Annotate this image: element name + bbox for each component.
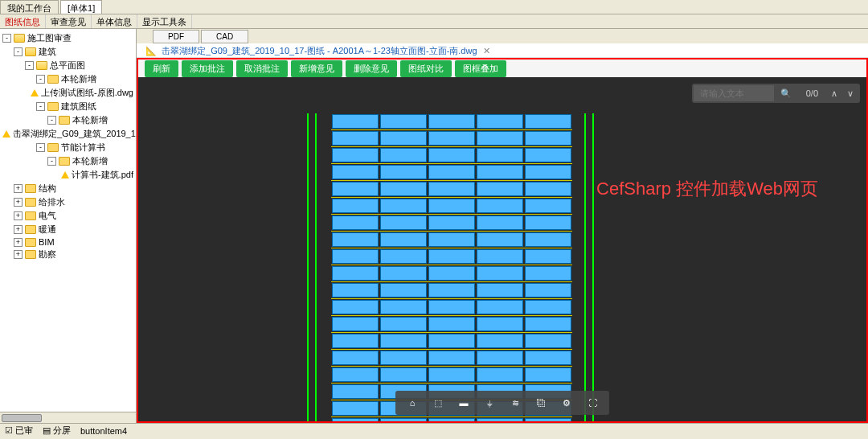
delete-comment-button[interactable]: 删除意见 (346, 60, 397, 77)
folder-icon (25, 47, 36, 56)
tree-node[interactable]: 计算书-建筑.pdf (2, 168, 133, 182)
sidebar-scrollbar[interactable] (0, 412, 137, 423)
action-toolbar: 刷新 添加批注 取消批注 新增意见 删除意见 图纸对比 图框叠加 (137, 58, 868, 77)
expander-icon[interactable]: - (36, 143, 45, 152)
copy-icon[interactable]: ⿻ (534, 396, 548, 410)
folder-icon (59, 116, 70, 125)
tree-node[interactable]: 上传测试图纸-原图.dwg (2, 86, 133, 100)
warning-icon (61, 171, 69, 178)
measure-icon[interactable]: ⬚ (431, 396, 445, 410)
tree-label: 给排水 (39, 196, 65, 208)
tree-label: 节能计算书 (61, 142, 105, 154)
expander-icon[interactable]: + (14, 184, 23, 193)
home-icon[interactable]: ⌂ (405, 396, 420, 410)
search-count: 0/0 (798, 88, 826, 98)
tree-node[interactable]: +结构 (2, 182, 133, 195)
tool-tab-drawing[interactable]: 图纸信息 (0, 14, 46, 28)
tab-cad[interactable]: CAD (201, 30, 248, 43)
expander-icon[interactable]: - (47, 157, 56, 166)
overlay-button[interactable]: 图框叠加 (455, 60, 506, 77)
expander-icon[interactable]: + (14, 211, 23, 220)
ruler-icon[interactable]: ▬ (457, 396, 471, 410)
tree-label: 计算书-建筑.pdf (72, 169, 133, 181)
tool-tab-review[interactable]: 审查意见 (46, 14, 92, 28)
tree-node[interactable]: -本轮新增 (2, 72, 133, 86)
expander-icon[interactable]: - (14, 47, 23, 56)
folder-icon (25, 225, 36, 234)
tree-node[interactable]: -施工图审查 (2, 31, 133, 45)
status-split[interactable]: ▤ 分屏 (43, 425, 71, 437)
compare-button[interactable]: 图纸对比 (400, 60, 452, 77)
dim-line-left2 (307, 113, 309, 423)
dim-line-left (315, 113, 317, 423)
dim-line-right2 (592, 113, 594, 423)
viewer-toolbar: ⌂⬚▬⏚≋⿻⚙⛶ (395, 391, 609, 415)
tree-node[interactable]: -本轮新增 (2, 113, 133, 127)
expander-icon[interactable]: + (14, 225, 23, 234)
expander-icon[interactable]: + (14, 238, 23, 247)
tree-label: 建筑图纸 (61, 101, 96, 113)
toolbar-tabs: 图纸信息 审查意见 单体信息 显示工具条 (0, 14, 868, 29)
add-annotation-button[interactable]: 添加批注 (182, 60, 233, 77)
search-icon[interactable]: 🔍 (774, 88, 798, 99)
folder-icon (25, 184, 36, 193)
tab-pdf[interactable]: PDF (153, 30, 199, 43)
tab-workbench[interactable]: 我的工作台 (0, 0, 59, 14)
tree-node[interactable]: +暖通 (2, 223, 133, 236)
expander-icon[interactable]: + (14, 198, 23, 207)
tree-node[interactable]: +给排水 (2, 195, 133, 209)
app-tab-bar: 我的工作台 [单体1] (0, 0, 868, 14)
tool-tab-unit[interactable]: 单体信息 (92, 14, 137, 28)
tree-label: 击翠湖绑定_G09_建筑_2019_10_17 (13, 128, 137, 140)
tree-node[interactable]: 击翠湖绑定_G09_建筑_2019_10_17 (2, 127, 133, 141)
building-elevation (331, 113, 572, 423)
add-comment-button[interactable]: 新增意见 (291, 60, 342, 77)
tree-label: 暖通 (39, 224, 56, 236)
expander-icon[interactable]: - (25, 61, 34, 70)
tool-tab-toolbar[interactable]: 显示工具条 (137, 14, 192, 28)
tree-node[interactable]: -总平面图 (2, 59, 133, 72)
folder-icon (25, 198, 36, 207)
expander-icon[interactable]: - (2, 34, 11, 43)
tree-node[interactable]: -节能计算书 (2, 141, 133, 154)
tree-label: 建筑 (39, 46, 56, 58)
gear-icon[interactable]: ⚙ (559, 396, 574, 410)
expander-icon[interactable]: - (47, 116, 56, 125)
status-bar: ☑ 已审 ▤ 分屏 buttonItem4 (0, 423, 868, 437)
file-tree: -施工图审查-建筑-总平面图-本轮新增上传测试图纸-原图.dwg-建筑图纸-本轮… (0, 29, 136, 264)
tree-node[interactable]: -本轮新增 (2, 154, 133, 168)
folder-icon (36, 61, 47, 70)
cad-viewer[interactable]: 🔍 0/0 ∧ ∨ CefSharp 控件加载Web网页 ⌂⬚▬⏚≋⿻⚙⛶ (137, 77, 868, 423)
expander-icon[interactable]: - (36, 102, 45, 111)
outlet-icon[interactable]: ⏚ (482, 396, 497, 410)
expander-icon[interactable]: - (36, 75, 45, 84)
search-input[interactable] (694, 85, 774, 101)
folder-icon (14, 34, 25, 43)
search-next[interactable]: ∨ (842, 88, 858, 99)
folder-icon (47, 75, 59, 84)
expander-icon[interactable]: + (14, 250, 23, 259)
tree-label: 本轮新增 (61, 73, 96, 85)
tree-label: 总平面图 (50, 59, 85, 72)
tab-unit1[interactable]: [单体1] (60, 0, 102, 14)
file-path-text: 击翠湖绑定_G09_建筑_2019_10_17-图纸 - A2001A～1-23… (162, 46, 477, 55)
status-reviewed[interactable]: ☑ 已审 (5, 425, 33, 437)
fullscreen-icon[interactable]: ⛶ (585, 396, 600, 410)
tree-node[interactable]: +BIM (2, 236, 133, 248)
folder-icon (25, 211, 36, 220)
search-prev[interactable]: ∧ (826, 88, 842, 99)
tree-node[interactable]: -建筑图纸 (2, 100, 133, 113)
tree-node[interactable]: +电气 (2, 209, 133, 223)
tree-label: 勘察 (39, 248, 56, 261)
status-button4[interactable]: buttonItem4 (80, 426, 127, 436)
close-icon[interactable]: ✕ (483, 46, 490, 55)
search-bar: 🔍 0/0 ∧ ∨ (692, 84, 860, 103)
cancel-annotation-button[interactable]: 取消批注 (236, 60, 288, 77)
viewer-tab-bar: PDF CAD (137, 29, 868, 43)
tree-node[interactable]: -建筑 (2, 45, 133, 59)
tree-node[interactable]: +勘察 (2, 248, 133, 261)
tree-label: 结构 (39, 183, 56, 195)
refresh-button[interactable]: 刷新 (145, 60, 178, 77)
layers-icon[interactable]: ≋ (508, 396, 522, 410)
warning-icon (31, 89, 39, 96)
